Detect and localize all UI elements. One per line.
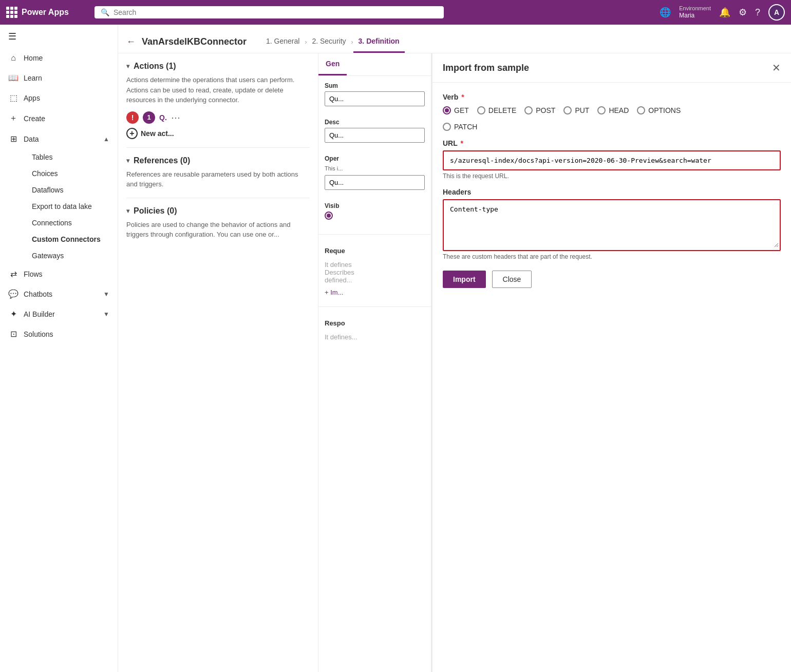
radio-get[interactable] xyxy=(443,106,451,114)
verb-post[interactable]: POST xyxy=(524,106,555,114)
topbar: Power Apps 🔍 🌐 Environment Maria 🔔 ⚙ ? A xyxy=(0,0,791,25)
sidebar-item-gateways[interactable]: Gateways xyxy=(24,247,118,264)
step-definition[interactable]: 3. Definition xyxy=(353,31,405,53)
sidebar-item-solutions[interactable]: ⊡ Solutions xyxy=(0,324,118,344)
import-button[interactable]: Import xyxy=(443,271,486,288)
environment-info: Environment Maria xyxy=(679,5,711,20)
sidebar-item-home[interactable]: ⌂ Home xyxy=(0,48,118,68)
headers-hint: These are custom headers that are part o… xyxy=(443,253,781,260)
back-button[interactable]: ← xyxy=(126,36,136,47)
main-area: ← VanArsdelKBConnector 1. General › 2. S… xyxy=(118,25,791,672)
collapse-icon[interactable]: ▾ xyxy=(126,63,129,70)
required-marker: * xyxy=(460,139,463,147)
sidebar-item-learn[interactable]: 📖 Learn xyxy=(0,68,118,88)
sidebar-item-flows[interactable]: ⇄ Flows xyxy=(0,264,118,284)
radio-delete[interactable] xyxy=(477,106,485,114)
solutions-icon: ⊡ xyxy=(8,329,18,339)
sidebar-item-create[interactable]: ＋ Create xyxy=(0,108,118,129)
sidebar-item-custom-connectors[interactable]: Custom Connectors xyxy=(24,231,118,247)
verb-options-row2: PATCH xyxy=(443,123,781,131)
description-input[interactable] xyxy=(325,128,425,143)
radio-head[interactable] xyxy=(597,106,606,114)
search-icon: 🔍 xyxy=(101,8,109,16)
verb-post-label: POST xyxy=(536,106,555,114)
verb-get[interactable]: GET xyxy=(443,106,469,114)
search-input[interactable] xyxy=(114,8,438,16)
sidebar-item-chatbots[interactable]: 💬 Chatbots ▼ xyxy=(0,284,118,304)
operation-hint: This i... xyxy=(325,164,425,173)
action-buttons: Import Close xyxy=(443,271,781,288)
url-input[interactable] xyxy=(445,152,779,168)
settings-icon[interactable]: ⚙ xyxy=(739,7,747,18)
verb-delete[interactable]: DELETE xyxy=(477,106,516,114)
sidebar-item-ai-builder[interactable]: ✦ AI Builder ▼ xyxy=(0,304,118,324)
sidebar-item-connections[interactable]: Connections xyxy=(24,215,118,231)
sidebar-item-label: Solutions xyxy=(24,330,109,338)
radio-post[interactable] xyxy=(524,106,533,114)
tab-general[interactable]: Gen xyxy=(318,53,347,75)
environment-name: Maria xyxy=(679,12,694,20)
actions-title: Actions (1) xyxy=(134,62,176,71)
collapse-icon[interactable]: ▾ xyxy=(126,207,129,215)
chevron-down-icon: ▼ xyxy=(103,291,109,298)
collapse-icon[interactable]: ▾ xyxy=(126,157,129,164)
action-badges: ! 1 Q. ⋯ xyxy=(126,111,310,124)
search-bar[interactable]: 🔍 xyxy=(95,6,444,18)
topbar-right: 🌐 Environment Maria 🔔 ⚙ ? A xyxy=(660,4,785,21)
policies-section-header: ▾ Policies (0) xyxy=(126,206,310,216)
user-avatar[interactable]: A xyxy=(768,4,785,21)
references-description: References are reusable parameters used … xyxy=(126,169,310,189)
new-action-button[interactable]: + New act... xyxy=(126,128,310,139)
layout: ☰ ⌂ Home 📖 Learn ⬚ Apps ＋ Create ⊞ Data … xyxy=(0,0,791,672)
close-dialog-button[interactable]: Close xyxy=(492,271,532,288)
sidebar-item-export-datalake[interactable]: Export to data lake xyxy=(24,198,118,215)
verb-patch[interactable]: PATCH xyxy=(443,123,477,131)
operation-input[interactable] xyxy=(325,175,425,190)
sidebar-sub-data: Tables Choices Dataflows Export to data … xyxy=(0,149,118,264)
error-badge: ! xyxy=(126,111,139,124)
visibility-field-group: Visib xyxy=(318,196,431,226)
sidebar-item-tables[interactable]: Tables xyxy=(24,149,118,165)
radio-patch[interactable] xyxy=(443,123,451,131)
import-header: Import from sample ✕ xyxy=(432,53,791,83)
import-link[interactable]: + Im... xyxy=(318,286,431,298)
step-security[interactable]: 2. Security xyxy=(307,31,351,53)
sidebar-item-apps[interactable]: ⬚ Apps xyxy=(0,88,118,108)
visibility-label: Visib xyxy=(325,202,425,209)
verb-put[interactable]: PUT xyxy=(563,106,589,114)
sidebar-item-choices[interactable]: Choices xyxy=(24,165,118,182)
verb-options[interactable]: OPTIONS xyxy=(637,106,681,114)
hamburger-icon[interactable]: ☰ xyxy=(0,25,118,48)
radio-put[interactable] xyxy=(563,106,572,114)
plus-icon: + xyxy=(126,128,138,139)
import-body: Verb * GET DELETE xyxy=(432,83,791,672)
middle-panel: Gen Sum Desc Oper This i... Visib xyxy=(318,53,431,672)
close-button[interactable]: ✕ xyxy=(772,62,781,74)
headers-section: Headers Content-type These are custom he… xyxy=(443,188,781,260)
more-icon[interactable]: ⋯ xyxy=(171,112,180,123)
notification-icon[interactable]: 🔔 xyxy=(719,7,730,18)
response-section-title: Respo xyxy=(318,315,431,331)
sidebar-item-dataflows[interactable]: Dataflows xyxy=(24,182,118,198)
connector-title: VanArsdelKBConnector xyxy=(142,36,247,47)
environment-label: Environment xyxy=(679,5,711,12)
sidebar-item-label: Apps xyxy=(24,94,109,102)
policies-description: Policies are used to change the behavior… xyxy=(126,220,310,240)
globe-icon[interactable]: 🌐 xyxy=(660,7,671,18)
verb-head[interactable]: HEAD xyxy=(597,106,629,114)
verb-patch-label: PATCH xyxy=(454,123,477,131)
create-icon: ＋ xyxy=(8,113,18,124)
learn-icon: 📖 xyxy=(8,73,18,83)
visibility-radio[interactable] xyxy=(325,212,333,220)
summary-input[interactable] xyxy=(325,91,425,106)
step-label: 2. Security xyxy=(312,37,346,45)
headers-textarea[interactable]: Content-type xyxy=(445,201,779,247)
step-label: 3. Definition xyxy=(359,37,400,45)
radio-options[interactable] xyxy=(637,106,645,114)
help-icon[interactable]: ? xyxy=(755,7,760,18)
waffle-icon[interactable] xyxy=(6,7,17,18)
step-general[interactable]: 1. General xyxy=(261,31,305,53)
sidebar-item-data[interactable]: ⊞ Data ▲ xyxy=(0,129,118,149)
app-name: Power Apps xyxy=(22,8,69,17)
url-label: URL * xyxy=(443,139,781,147)
